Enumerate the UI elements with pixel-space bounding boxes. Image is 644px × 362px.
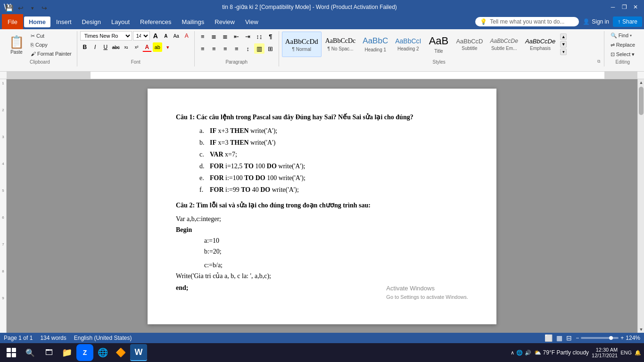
zoom-control[interactable]: − + 124%: [576, 335, 640, 341]
taskbar-app-word[interactable]: W: [130, 344, 147, 361]
weather-widget[interactable]: ⛅ 79°F Partly cloudy: [534, 349, 589, 356]
scroll-thumb[interactable]: [639, 87, 644, 115]
document-page[interactable]: Câu 1: Các câu lệnh trong Pascal sau đây…: [148, 89, 496, 324]
styles-scroll-up-button[interactable]: ▲: [560, 33, 567, 40]
styles-scroll-down-button[interactable]: ▼: [560, 41, 567, 48]
style-item-heading1[interactable]: AaBbC Heading 1: [359, 32, 391, 57]
taskbar-clock[interactable]: 12:30 AM 12/17/2021: [592, 347, 618, 358]
redo-quick-button[interactable]: ↪: [39, 3, 50, 13]
style-item-subtitle[interactable]: AaBbCcD Subtitle: [453, 32, 486, 57]
undo-quick-button[interactable]: ↩: [16, 3, 26, 13]
replace-button[interactable]: ⇌ Replace: [607, 41, 638, 49]
zoom-minus-icon[interactable]: −: [576, 335, 579, 341]
highlight-button[interactable]: ab: [153, 42, 162, 52]
align-center-button[interactable]: ≡: [209, 43, 219, 54]
multilevel-button[interactable]: ≣: [220, 31, 231, 41]
taskbar-app-zalo[interactable]: Z: [76, 344, 93, 361]
clear-formatting-button[interactable]: A: [182, 31, 191, 41]
cut-button[interactable]: ✂ Cut: [28, 32, 74, 40]
style-item-nospace[interactable]: AaBbCcDc ¶ No Spac...: [322, 32, 359, 57]
find-button[interactable]: 🔍 Find ▾: [607, 31, 638, 40]
menu-item-design[interactable]: Design: [77, 16, 106, 27]
menu-item-insert[interactable]: Insert: [51, 16, 76, 27]
menu-item-mailings[interactable]: Mailings: [177, 16, 209, 27]
copy-button[interactable]: ⎘ Copy: [28, 41, 74, 49]
bold-button[interactable]: B: [80, 42, 90, 52]
taskbar-app-unknown[interactable]: 🔶: [112, 344, 129, 361]
format-painter-button[interactable]: 🖌 Format Painter: [28, 49, 74, 58]
italic-button[interactable]: I: [91, 42, 100, 52]
font-size-selector[interactable]: 14: [133, 31, 150, 41]
strikethrough-button[interactable]: abc: [111, 42, 121, 52]
language-indicator[interactable]: ENG: [620, 350, 632, 355]
scroll-track[interactable]: [638, 86, 644, 326]
minimize-button[interactable]: ─: [608, 2, 618, 12]
taskbar-app-taskview[interactable]: 🗔: [41, 344, 58, 361]
style-item-title[interactable]: AaB Title: [425, 32, 452, 57]
sort-button[interactable]: ↕↨: [254, 31, 264, 41]
close-button[interactable]: ✕: [631, 2, 640, 12]
align-left-button[interactable]: ≡: [198, 43, 208, 54]
zoom-slider[interactable]: [581, 337, 619, 339]
select-button[interactable]: ⊡ Select ▾: [607, 50, 638, 58]
style-item-emphasis[interactable]: AaBbCcDe Emphasis: [522, 32, 559, 57]
right-scrollbar[interactable]: ▲ ▼: [637, 79, 644, 333]
taskbar-app-chrome[interactable]: 🌐: [94, 344, 111, 361]
volume-icon[interactable]: 🔊: [525, 350, 531, 356]
view-web-button[interactable]: ⊟: [566, 334, 572, 342]
menu-item-review[interactable]: Review: [210, 16, 239, 27]
zoom-plus-icon[interactable]: +: [620, 335, 624, 341]
align-right-button[interactable]: ≡: [220, 43, 231, 54]
decrease-indent-button[interactable]: ⇤: [231, 31, 242, 41]
superscript-button[interactable]: x²: [132, 42, 141, 52]
restore-button[interactable]: ❐: [619, 2, 629, 12]
taskbar-app-explorer[interactable]: 📁: [58, 344, 75, 361]
style-preview-subtitle: AaBbCcD: [456, 38, 483, 45]
view-layout-button[interactable]: ▦: [556, 334, 562, 342]
view-normal-button[interactable]: ⬜: [545, 334, 553, 342]
menu-item-references[interactable]: References: [135, 16, 176, 27]
show-marks-button[interactable]: ¶: [265, 31, 276, 41]
shading-button[interactable]: ▥: [254, 43, 264, 54]
ruler: // rendered inline via CSS: [0, 72, 644, 79]
style-item-heading2[interactable]: AaBbCcI Heading 2: [392, 32, 424, 57]
font-grow-button[interactable]: A: [151, 31, 160, 41]
paste-button[interactable]: 📋 Paste: [6, 32, 27, 58]
tell-me-bar[interactable]: 💡 Tell me what you want to do...: [475, 17, 579, 26]
menu-item-home[interactable]: Home: [24, 16, 50, 27]
font-color-dropdown[interactable]: ▾: [163, 42, 173, 52]
line-spacing-button[interactable]: ↕: [243, 43, 253, 54]
styles-group-expand[interactable]: ⧉: [596, 59, 601, 64]
notification-icon[interactable]: 🔔: [635, 350, 641, 356]
font-name-selector[interactable]: Times New Ro: [80, 31, 132, 41]
style-item-subtle-em[interactable]: AaBbCcDe Subtle Em...: [487, 32, 521, 57]
underline-button[interactable]: U: [101, 42, 110, 52]
bullets-button[interactable]: ≡: [198, 31, 208, 41]
style-item-normal[interactable]: AaBbCcDd ¶ Normal: [282, 32, 322, 57]
taskbar-search-button[interactable]: 🔍: [22, 344, 39, 361]
change-case-button[interactable]: Aa: [172, 31, 181, 41]
styles-expand-button[interactable]: ▾: [560, 49, 567, 55]
increase-indent-button[interactable]: ⇥: [243, 31, 253, 41]
font-shrink-button[interactable]: A: [161, 31, 171, 41]
menu-file[interactable]: File: [2, 14, 23, 29]
zoom-level: 124%: [626, 335, 640, 341]
menu-item-layout[interactable]: Layout: [107, 16, 134, 27]
numbering-button[interactable]: ≣: [209, 31, 219, 41]
sign-in-button[interactable]: 👤 Sign in: [583, 18, 609, 25]
zoom-slider-thumb[interactable]: [609, 336, 613, 340]
scroll-up-button[interactable]: ▲: [638, 79, 644, 86]
share-button[interactable]: ↑ Share: [613, 16, 642, 27]
network-icon[interactable]: 🌐: [516, 350, 523, 356]
document-area[interactable]: Câu 1: Các câu lệnh trong Pascal sau đây…: [7, 79, 637, 333]
scroll-down-button[interactable]: ▼: [638, 326, 644, 333]
save-quick-button[interactable]: 💾: [4, 3, 14, 13]
start-button[interactable]: [3, 344, 20, 361]
font-color-button[interactable]: A: [142, 42, 152, 52]
subscript-button[interactable]: x₂: [122, 42, 131, 52]
chevron-up-icon[interactable]: ∧: [511, 350, 514, 356]
undo-dropdown-button[interactable]: ▾: [27, 3, 38, 13]
borders-button[interactable]: ⊞: [265, 43, 276, 54]
justify-button[interactable]: ≡: [231, 43, 242, 54]
menu-item-view[interactable]: View: [240, 16, 263, 27]
